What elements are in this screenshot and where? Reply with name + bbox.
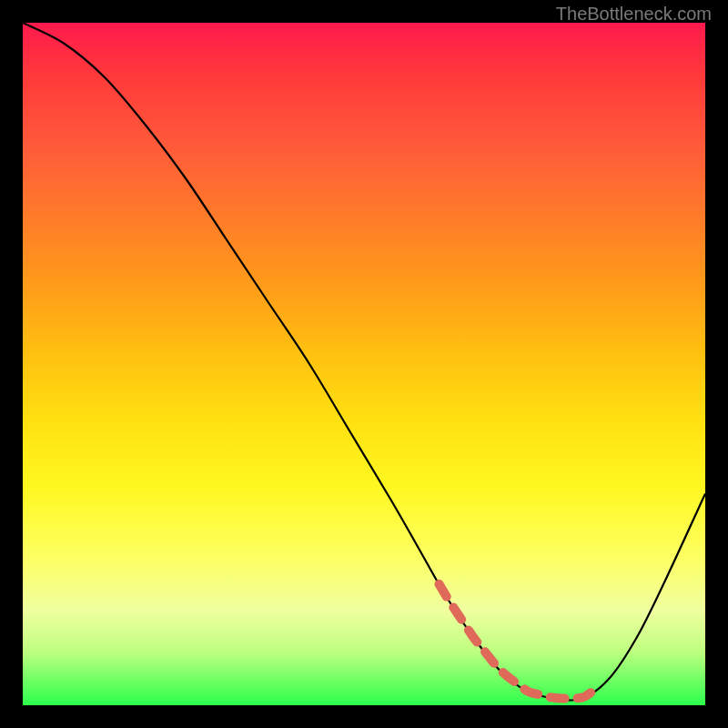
watermark-text: TheBottleneck.com xyxy=(556,4,712,25)
chart-plot-area xyxy=(23,23,705,705)
bottleneck-curve-svg xyxy=(23,23,705,705)
optimal-range-highlight xyxy=(440,584,597,699)
bottleneck-curve-line xyxy=(23,23,705,700)
